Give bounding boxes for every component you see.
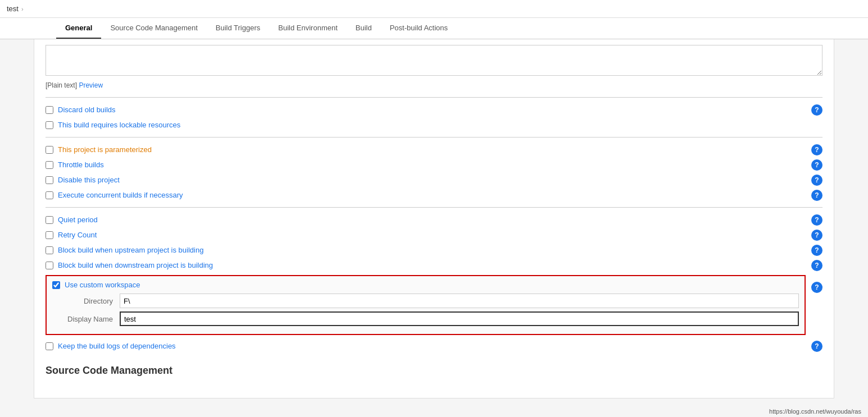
checkbox-block-downstream[interactable] — [46, 262, 53, 269]
description-textarea[interactable] — [46, 45, 822, 76]
checkbox-quiet-period[interactable] — [46, 216, 53, 224]
tab-build-environment[interactable]: Build Environment — [269, 18, 347, 39]
checkbox-concurrent-builds[interactable] — [46, 191, 53, 199]
custom-workspace-header: Use custom workspace — [52, 281, 799, 289]
directory-input[interactable] — [120, 294, 799, 308]
label-parameterized: This project is parameterized — [58, 145, 152, 154]
display-name-label: Display Name — [52, 315, 120, 323]
breadcrumb-test[interactable]: test — [7, 4, 19, 13]
option-concurrent-builds: Execute concurrent builds if necessary ? — [46, 187, 822, 203]
label-block-upstream: Block build when upstream project is bui… — [58, 246, 203, 254]
checkbox-disable-project[interactable] — [46, 176, 53, 184]
checkbox-keep-build-logs[interactable] — [46, 342, 53, 350]
help-icon-custom-workspace[interactable]: ? — [811, 282, 822, 293]
option-throttle-builds: Throttle builds ? — [46, 157, 822, 172]
tab-source-code-management[interactable]: Source Code Management — [101, 18, 206, 39]
label-custom-workspace: Use custom workspace — [65, 281, 140, 289]
label-discard-old-builds: Discard old builds — [58, 106, 116, 114]
option-discard-old-builds: Discard old builds ? — [46, 102, 822, 117]
display-name-field-row: Display Name — [52, 311, 799, 326]
help-icon-block-upstream[interactable]: ? — [811, 245, 822, 256]
main-content: [Plain text] Preview Discard old builds … — [34, 39, 834, 398]
help-icon-parameterized[interactable]: ? — [811, 144, 822, 155]
help-icon-throttle-builds[interactable]: ? — [811, 159, 822, 171]
breadcrumb: test › — [0, 0, 868, 18]
label-block-downstream: Block build when downstream project is b… — [58, 261, 213, 269]
directory-label: Directory — [52, 297, 120, 305]
directory-field-row: Directory — [52, 294, 799, 308]
help-icon-retry-count[interactable]: ? — [811, 230, 822, 241]
checkbox-discard-old-builds[interactable] — [46, 106, 53, 114]
label-retry-count: Retry Count — [58, 231, 97, 239]
label-quiet-period: Quiet period — [58, 216, 98, 224]
option-lockable-resources: This build requires lockable resources — [46, 117, 822, 132]
option-parameterized: This project is parameterized ? — [46, 142, 822, 157]
description-section — [46, 45, 822, 77]
tabs-bar: General Source Code Management Build Tri… — [0, 18, 868, 39]
option-retry-count: Retry Count ? — [46, 227, 822, 242]
checkbox-lockable-resources[interactable] — [46, 121, 53, 129]
breadcrumb-separator: › — [21, 6, 24, 12]
tab-build-triggers[interactable]: Build Triggers — [207, 18, 269, 39]
help-icon-discard-old-builds[interactable]: ? — [811, 104, 822, 116]
tab-general[interactable]: General — [56, 18, 101, 39]
label-lockable-resources: This build requires lockable resources — [58, 121, 180, 129]
label-concurrent-builds: Execute concurrent builds if necessary — [58, 191, 183, 199]
divider-2 — [46, 137, 822, 138]
help-icon-concurrent-builds[interactable]: ? — [811, 190, 822, 201]
tab-build[interactable]: Build — [347, 18, 381, 39]
display-name-input[interactable] — [120, 311, 799, 326]
checkbox-retry-count[interactable] — [46, 231, 53, 239]
source-code-management-heading: Source Code Management — [46, 365, 822, 377]
option-block-downstream: Block build when downstream project is b… — [46, 258, 822, 273]
plain-preview-row: [Plain text] Preview — [46, 81, 822, 89]
divider-1 — [46, 97, 822, 98]
checkbox-throttle-builds[interactable] — [46, 161, 53, 169]
plain-text-label: [Plain text] — [46, 81, 79, 89]
label-disable-project: Disable this project — [58, 176, 120, 184]
label-keep-build-logs: Keep the build logs of dependencies — [58, 342, 176, 350]
tab-post-build-actions[interactable]: Post-build Actions — [381, 18, 457, 39]
custom-workspace-section: Use custom workspace Directory Display N… — [46, 275, 806, 335]
checkbox-block-upstream[interactable] — [46, 246, 53, 254]
label-throttle-builds: Throttle builds — [58, 161, 104, 169]
option-block-upstream: Block build when upstream project is bui… — [46, 242, 822, 258]
help-icon-keep-build-logs[interactable]: ? — [811, 341, 822, 352]
divider-3 — [46, 207, 822, 208]
help-icon-block-downstream[interactable]: ? — [811, 260, 822, 271]
help-icon-disable-project[interactable]: ? — [811, 175, 822, 186]
option-keep-build-logs: Keep the build logs of dependencies — [46, 338, 806, 354]
option-quiet-period: Quiet period ? — [46, 212, 822, 227]
checkbox-custom-workspace[interactable] — [52, 281, 60, 289]
option-disable-project: Disable this project ? — [46, 172, 822, 187]
preview-link[interactable]: Preview — [79, 81, 103, 89]
checkbox-parameterized[interactable] — [46, 146, 53, 154]
help-icon-quiet-period[interactable]: ? — [811, 214, 822, 226]
